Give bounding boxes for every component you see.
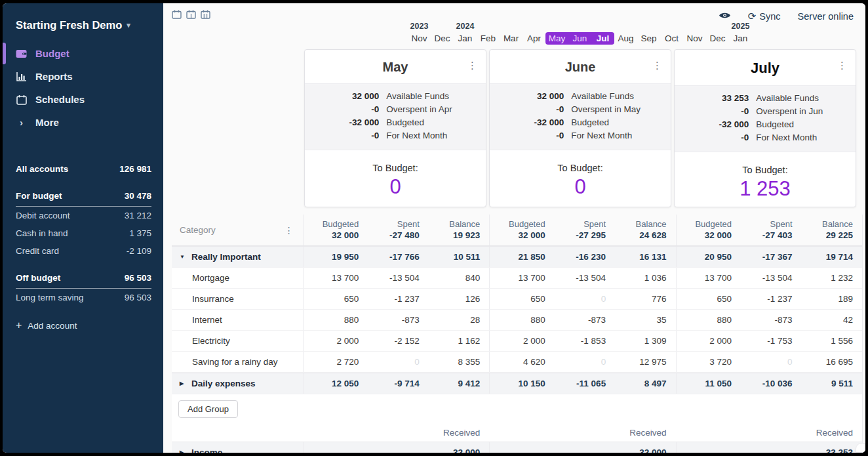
spent-cell[interactable]: -2 152 (364, 331, 424, 351)
month-menu-kebab-icon[interactable]: ⋮ (467, 61, 477, 70)
balance-cell[interactable]: 1 232 (798, 268, 862, 288)
balance-cell[interactable]: 42 (798, 310, 862, 330)
sidebar-item-reports[interactable]: Reports (3, 65, 163, 88)
timeline-month-2023nov0[interactable]: 2023Nov (408, 32, 431, 45)
account-credit-card[interactable]: Credit card -2 109 (16, 242, 151, 260)
spent-cell[interactable]: -13 504 (364, 268, 424, 288)
budgeted-cell[interactable]: 13 700 (304, 268, 364, 288)
sync-button[interactable]: ⟳ Sync (748, 10, 781, 22)
balance-cell[interactable]: 126 (425, 289, 489, 309)
balance-cell[interactable]: 1 162 (425, 331, 489, 351)
account-long-term-saving[interactable]: Long term saving 96 503 (16, 289, 151, 306)
balance-cell[interactable]: 35 (611, 310, 675, 330)
sidebar-item-schedules[interactable]: Schedules (3, 88, 163, 111)
budgeted-cell[interactable]: 13 700 (677, 268, 737, 288)
budgeted-cell[interactable]: 2 000 (490, 331, 550, 351)
category-name-insurrance[interactable]: Insurrance (172, 289, 303, 309)
timeline-month-feb3[interactable]: Feb (477, 32, 500, 45)
balance-cell[interactable]: 8 355 (425, 352, 489, 372)
timeline-month-mar4[interactable]: Mar (500, 32, 523, 45)
collapse-arrow-icon[interactable]: ▼ (180, 254, 186, 260)
account-debit-account[interactable]: Debit account 31 212 (16, 207, 151, 224)
group-name-daily-expenses[interactable]: ▶Daily expenses (172, 373, 303, 394)
spent-cell[interactable]: 0 (737, 352, 797, 372)
budgeted-cell[interactable]: 650 (677, 289, 737, 309)
spent-cell[interactable]: -13 504 (551, 268, 611, 288)
server-status[interactable]: Server online (798, 11, 854, 22)
timeline-month-may6[interactable]: May (545, 32, 568, 45)
timeline-month-jul8[interactable]: Jul (591, 32, 614, 45)
category-header-cell: Category ⋮ (172, 215, 303, 245)
balance-cell[interactable]: 189 (798, 289, 862, 309)
scrollbar-corner[interactable] (856, 443, 865, 453)
timeline-month-sep10[interactable]: Sep (637, 32, 660, 45)
balance-cell[interactable]: 28 (425, 310, 489, 330)
privacy-eye-icon[interactable] (719, 11, 731, 22)
add-account-button[interactable]: + Add account (16, 320, 151, 331)
to-budget-value[interactable]: 0 (490, 175, 671, 199)
budgeted-cell[interactable]: 3 720 (677, 352, 737, 372)
balance-cell[interactable]: 776 (611, 289, 675, 309)
spent-cell[interactable]: -1 237 (364, 289, 424, 309)
timeline-month-jun7[interactable]: Jun (568, 32, 591, 45)
account-group-for-budget[interactable]: For budget 30 478 (16, 187, 151, 207)
spent-cell[interactable]: 0 (364, 352, 424, 372)
sidebar-item-budget[interactable]: Budget (3, 42, 163, 65)
balance-cell[interactable]: 16 695 (798, 352, 862, 372)
account-group-off-budget[interactable]: Off budget 96 503 (16, 269, 151, 289)
spent-cell[interactable]: -873 (551, 310, 611, 330)
balance-cell[interactable]: 840 (425, 268, 489, 288)
add-group-button[interactable]: Add Group (178, 400, 238, 418)
spent-cell[interactable]: -1 237 (737, 289, 797, 309)
budgeted-cell[interactable]: 4 620 (490, 352, 550, 372)
timeline-month-apr5[interactable]: Apr (523, 32, 545, 45)
spent-cell[interactable]: -873 (737, 310, 797, 330)
spent-cell[interactable]: -873 (364, 310, 424, 330)
budgeted-cell[interactable]: 650 (490, 289, 550, 309)
timeline-month-nov12[interactable]: Nov (683, 32, 706, 45)
budgeted-cell[interactable]: 13 700 (490, 268, 550, 288)
calendar-3-months-icon[interactable] (201, 10, 210, 19)
spent-cell[interactable]: 0 (551, 289, 611, 309)
timeline-month-dec1[interactable]: Dec (431, 32, 454, 45)
sidebar-item-more[interactable]: › More (3, 111, 163, 134)
calendar-2-months-icon[interactable] (186, 10, 196, 19)
category-name-mortgage[interactable]: Mortgage (172, 268, 303, 288)
income-group-name[interactable]: ▶ Income (172, 442, 303, 453)
expand-arrow-icon[interactable]: ▶ (180, 381, 186, 386)
timeline-month-2025jan14[interactable]: 2025Jan (729, 32, 752, 45)
balance-cell[interactable]: 1 309 (611, 331, 675, 351)
budgeted-cell[interactable]: 2 720 (304, 352, 364, 372)
balance-cell[interactable]: 1 556 (798, 331, 862, 351)
budgeted-cell[interactable]: 880 (677, 310, 737, 330)
balance-cell[interactable]: 12 975 (611, 352, 675, 372)
category-name-internet[interactable]: Internet (172, 310, 303, 330)
balance-cell[interactable]: 1 036 (611, 268, 675, 288)
expand-arrow-icon[interactable]: ▶ (180, 449, 186, 453)
month-menu-kebab-icon[interactable]: ⋮ (837, 61, 847, 70)
budgeted-cell[interactable]: 650 (304, 289, 364, 309)
spent-cell[interactable]: 0 (551, 352, 611, 372)
spent-cell[interactable]: -13 504 (737, 268, 797, 288)
account-cash-in-hand[interactable]: Cash in hand 1 375 (16, 224, 151, 242)
group-name-really-important[interactable]: ▼Really Important (172, 247, 303, 267)
timeline-month-aug9[interactable]: Aug (614, 32, 637, 45)
to-budget-value[interactable]: 1 253 (675, 177, 856, 201)
timeline-month-oct11[interactable]: Oct (660, 32, 683, 45)
budgeted-cell[interactable]: 880 (490, 310, 550, 330)
timeline-month-2024jan2[interactable]: 2024Jan (454, 32, 477, 45)
category-name-electricity[interactable]: Electricity (172, 331, 303, 351)
budget-file-menu[interactable]: Starting Fresh Demo ▾ (16, 19, 163, 31)
budgeted-cell[interactable]: 2 000 (304, 331, 364, 351)
category-menu-kebab-icon[interactable]: ⋮ (285, 225, 294, 236)
budgeted-cell[interactable]: 880 (304, 310, 364, 330)
spent-cell[interactable]: -1 753 (737, 331, 797, 351)
to-budget-value[interactable]: 0 (305, 175, 486, 199)
month-menu-kebab-icon[interactable]: ⋮ (652, 61, 662, 70)
category-name-saving-for-a-rainy-day[interactable]: Saving for a rainy day (172, 352, 303, 372)
account-all-accounts[interactable]: All accounts 126 981 (16, 160, 151, 178)
calendar-1-month-icon[interactable] (172, 10, 182, 19)
budgeted-cell[interactable]: 2 000 (677, 331, 737, 351)
timeline-month-dec13[interactable]: Dec (706, 32, 729, 45)
spent-cell[interactable]: -1 853 (551, 331, 611, 351)
